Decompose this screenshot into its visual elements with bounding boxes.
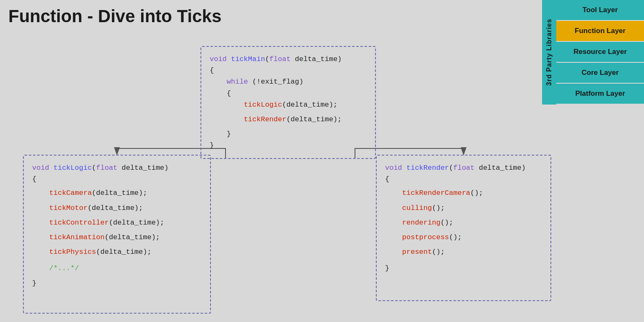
- code-line: while (!exit_flag): [210, 76, 367, 87]
- legend-panel: 3rd Party Libraries Tool Layer Function …: [542, 0, 644, 105]
- code-line: }: [210, 128, 367, 140]
- code-box-tick-logic: void tickLogic(float delta_time) { tickC…: [23, 155, 211, 314]
- code-line: /*...*/: [32, 263, 202, 274]
- third-party-label: 3rd Party Libraries: [542, 0, 556, 105]
- code-line: tickRenderCamera();: [385, 187, 542, 199]
- code-line: tickMotor(delta_time);: [32, 202, 202, 214]
- code-box-tick-render: void tickRender(float delta_time) { tick…: [376, 155, 551, 301]
- code-line: }: [210, 140, 367, 151]
- code-line: tickLogic(delta_time);: [210, 99, 367, 110]
- code-line: void tickLogic(float delta_time): [32, 162, 202, 174]
- code-line: }: [385, 263, 542, 274]
- code-line: {: [210, 65, 367, 76]
- code-line: tickController(delta_time);: [32, 217, 202, 228]
- code-line: {: [210, 88, 367, 99]
- layer-resource: Resource Layer: [556, 42, 644, 63]
- code-line: tickAnimation(delta_time);: [32, 232, 202, 243]
- layer-tool: Tool Layer: [556, 0, 644, 21]
- code-line: culling();: [385, 202, 542, 214]
- code-box-tick-main: void tickMain(float delta_time) { while …: [200, 46, 376, 159]
- code-line: postprocess();: [385, 232, 542, 243]
- code-line: void tickRender(float delta_time): [385, 162, 542, 174]
- code-line: tickCamera(delta_time);: [32, 187, 202, 199]
- code-line: present();: [385, 246, 542, 258]
- layer-platform: Platform Layer: [556, 84, 644, 105]
- legend-layers: Tool Layer Function Layer Resource Layer…: [556, 0, 644, 105]
- code-line: }: [32, 278, 202, 289]
- code-line: tickPhysics(delta_time);: [32, 246, 202, 258]
- page-title: Function - Dive into Ticks: [8, 6, 221, 26]
- layer-function: Function Layer: [556, 21, 644, 42]
- code-line: {: [32, 174, 202, 185]
- layer-core: Core Layer: [556, 63, 644, 84]
- code-line: {: [385, 174, 542, 185]
- code-line: tickRender(delta_time);: [210, 114, 367, 125]
- code-line: rendering();: [385, 217, 542, 228]
- code-line: void tickMain(float delta_time): [210, 54, 367, 65]
